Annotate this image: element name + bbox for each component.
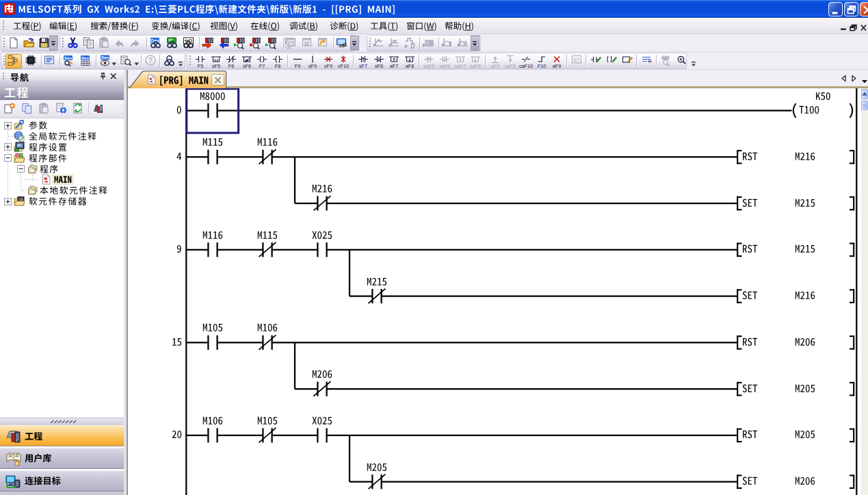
svg-text:caF5: caF5	[505, 63, 516, 69]
svg-text:saF6: saF6	[439, 63, 450, 69]
svg-text:saF7: saF7	[455, 63, 466, 69]
svg-text:F9: F9	[294, 63, 300, 69]
svg-text:F7: F7	[259, 63, 265, 69]
svg-text:caF10: caF10	[519, 63, 533, 69]
svg-text:saF5: saF5	[423, 63, 434, 69]
svg-text:F6: F6	[228, 63, 234, 69]
svg-text:cF10: cF10	[338, 63, 349, 69]
svg-text:sF6: sF6	[243, 63, 251, 69]
svg-text:Dev: Dev	[64, 56, 73, 60]
svg-text:Dev: Dev	[101, 55, 109, 60]
svg-text:aF9: aF9	[553, 63, 561, 69]
svg-text:aF7: aF7	[390, 63, 398, 69]
svg-text:F10: F10	[537, 63, 545, 69]
svg-text:Dev: Dev	[81, 56, 90, 60]
svg-text:sF7: sF7	[359, 63, 367, 69]
svg-text:DEV: DEV	[662, 56, 670, 60]
svg-text:saF8: saF8	[470, 63, 481, 69]
svg-text:aF8: aF8	[406, 63, 414, 69]
svg-text:F5: F5	[198, 63, 203, 69]
svg-text:?: ?	[148, 57, 153, 64]
svg-text:cF9: cF9	[324, 63, 332, 69]
svg-text:sF5: sF5	[212, 63, 220, 69]
svg-text:aF5: aF5	[491, 63, 499, 69]
svg-text:sF8: sF8	[375, 63, 383, 69]
svg-text:sF9: sF9	[308, 63, 317, 69]
svg-text:F8: F8	[275, 63, 280, 69]
